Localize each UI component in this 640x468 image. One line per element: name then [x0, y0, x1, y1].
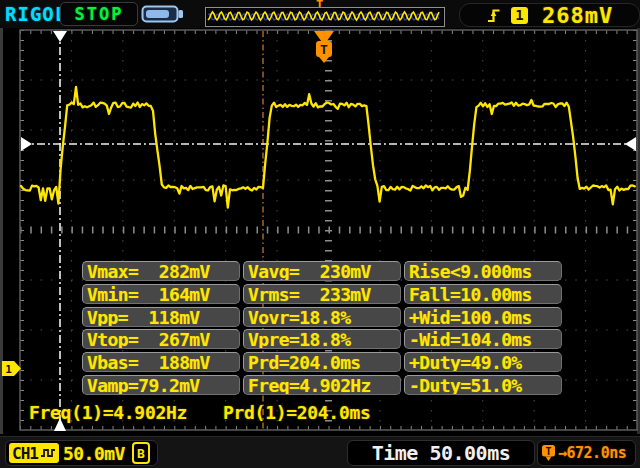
measurements-panel: Vmax= 282mV Vavg= 230mV Rise<9.000ms Vmi… — [82, 261, 562, 395]
channel1-waveform-trace — [21, 87, 635, 208]
measurement-cell-pduty: +Duty=49.0% — [404, 352, 562, 372]
trigger-offset-value: →672.0ns — [558, 444, 626, 462]
ac-coupling-icon — [40, 447, 56, 459]
timebase-box[interactable]: Time 50.00ms — [347, 440, 535, 466]
measurement-cell-vmax: Vmax= 282mV — [82, 261, 240, 281]
trigger-offset-box[interactable]: T →672.0ns — [537, 440, 636, 466]
bottom-bar: CH1 50.0mV B Time 50.00ms T →672.0ns — [0, 436, 640, 468]
frequency-readout: Freq(1)=4.902Hz — [29, 402, 187, 423]
trigger-flag[interactable]: T — [314, 31, 334, 63]
channel1-status-box[interactable]: CH1 50.0mV B — [5, 440, 158, 466]
measurement-cell-nduty: -Duty=51.0% — [404, 375, 562, 395]
measurement-cell-vovr: Vovr=18.8% — [243, 307, 401, 327]
vertical-cursor-top-handle[interactable] — [53, 31, 67, 42]
measurement-cell-vavg: Vavg= 230mV — [243, 261, 401, 281]
channel1-label: CH1 — [12, 444, 38, 463]
horizontal-cursor-right-handle[interactable] — [625, 137, 636, 151]
horizontal-cursor[interactable] — [21, 137, 636, 151]
trigger-flag-icon-label: T — [545, 446, 551, 457]
period-readout: Prd(1)=204.0ms — [223, 402, 371, 423]
measurement-cell-vmin: Vmin= 164mV — [82, 284, 240, 304]
oscilloscope-screen: RIGOL STOP T 1 268mV — [0, 0, 640, 468]
measurement-cell-vpre: Vpre=18.8% — [243, 329, 401, 349]
measurement-cell-rise: Rise<9.000ms — [404, 261, 562, 281]
channel1-tag: CH1 — [9, 443, 59, 463]
timebase-value: Time 50.00ms — [372, 441, 511, 465]
channel1-ground-marker-label: 1 — [5, 363, 12, 376]
bandwidth-limit-badge: B — [132, 442, 150, 464]
vertical-scale-value: 50.0mV — [63, 443, 125, 464]
vertical-cursor[interactable] — [53, 31, 67, 431]
measurement-cell-vrms: Vrms= 233mV — [243, 284, 401, 304]
trigger-flag-icon: T — [541, 444, 556, 462]
measurement-cell-freq: Freq=4.902Hz — [243, 375, 401, 395]
measurement-cell-vpp: Vpp= 118mV — [82, 307, 240, 327]
channel1-ground-marker[interactable]: 1 — [2, 361, 21, 376]
measurement-cell-pwid: +Wid=100.0ms — [404, 307, 562, 327]
measurement-cell-vamp: Vamp=79.2mV — [82, 375, 240, 395]
horizontal-cursor-left-handle[interactable] — [21, 137, 32, 151]
measurement-cell-vbas: Vbas= 188mV — [82, 352, 240, 372]
measurement-cell-prd: Prd=204.0ms — [243, 352, 401, 372]
measurement-cell-fall: Fall=10.00ms — [404, 284, 562, 304]
trigger-flag-label: T — [320, 42, 328, 57]
measurement-cell-nwid: -Wid=104.0ms — [404, 329, 562, 349]
measurement-cell-vtop: Vtop= 267mV — [82, 329, 240, 349]
